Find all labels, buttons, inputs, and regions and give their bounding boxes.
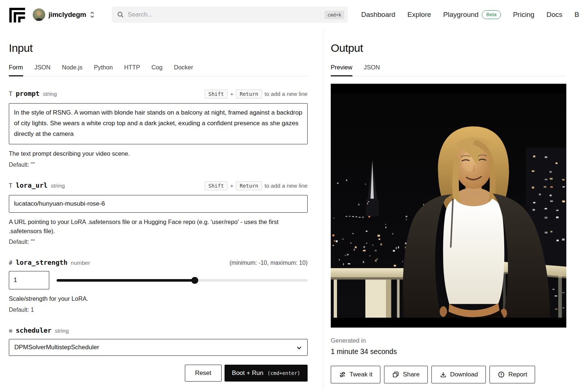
nav-link-dashboard[interactable]: Dashboard <box>361 11 395 19</box>
field-type-label: number <box>71 260 90 266</box>
number-type-icon: # <box>9 259 12 266</box>
tab-output-json[interactable]: JSON <box>364 64 380 76</box>
copy-icon <box>392 371 399 378</box>
sliders-icon <box>339 371 346 378</box>
top-navigation-bar: jimclydegm cmd+k Dashboard Explore Playg… <box>0 0 588 29</box>
newline-hint-text: to add a new line <box>265 183 308 189</box>
plus-sign: + <box>230 183 233 189</box>
output-panel-title: Output <box>331 42 588 54</box>
field-lora-strength: # lora_strength number (minimum: -10, ma… <box>9 259 308 313</box>
field-name-scheduler: scheduler <box>16 326 52 334</box>
share-label: Share <box>403 371 419 378</box>
share-button[interactable]: Share <box>384 366 427 383</box>
prompt-description: The text prompt describing your video sc… <box>9 149 303 158</box>
field-lora-url: T lora_url string Shift + Return to add … <box>9 181 308 246</box>
chevron-updown-icon[interactable] <box>90 11 95 18</box>
field-name-lora-url: lora_url <box>16 181 48 189</box>
user-avatar[interactable] <box>33 8 45 21</box>
input-tabs: Form JSON Node.js Python HTTP Cog Docker <box>9 64 308 76</box>
tab-python[interactable]: Python <box>94 64 112 76</box>
tab-preview[interactable]: Preview <box>331 64 352 76</box>
scheduler-selected-value: DPMSolverMultistepScheduler <box>14 344 99 351</box>
replicate-logo-icon[interactable] <box>9 6 26 23</box>
return-keycap: Return <box>236 90 262 98</box>
download-label: Download <box>450 371 478 378</box>
field-name-lora-strength: lora_strength <box>16 259 68 266</box>
nav-link-blog-truncated[interactable]: B <box>574 11 579 19</box>
string-type-icon: T <box>9 182 12 189</box>
input-panel-title: Input <box>9 42 308 54</box>
reset-button[interactable]: Reset <box>185 365 222 382</box>
field-type-label: string <box>51 183 65 189</box>
output-panel: Output Preview JSON <box>323 29 588 390</box>
scheduler-select[interactable]: DPMSolverMultistepScheduler <box>9 339 308 356</box>
beta-badge: Beta <box>482 10 501 19</box>
field-scheduler: ≡ scheduler string DPMSolverMultistepSch… <box>9 326 308 356</box>
username-label[interactable]: jimclydegm <box>49 11 86 19</box>
nav-link-explore[interactable]: Explore <box>408 11 431 19</box>
download-button[interactable]: Download <box>431 366 486 383</box>
lora-url-default: Default: "" <box>9 239 308 245</box>
tab-http[interactable]: HTTP <box>124 64 140 76</box>
plus-sign: + <box>230 91 233 97</box>
field-prompt: T prompt string Shift + Return to add a … <box>9 90 308 168</box>
global-search[interactable]: cmd+k <box>112 7 348 23</box>
tweak-it-button[interactable]: Tweak it <box>331 366 380 383</box>
shift-keycap: Shift <box>205 90 227 98</box>
lora-url-input[interactable] <box>9 195 308 213</box>
search-shortcut-badge: cmd+k <box>325 11 344 19</box>
range-hint: (minimum: -10, maximum: 10) <box>230 260 308 266</box>
tab-docker[interactable]: Docker <box>174 64 193 76</box>
generated-in-label: Generated in <box>331 337 588 344</box>
string-type-icon: T <box>9 90 12 97</box>
output-actions: Tweak it Share Download <box>331 366 588 383</box>
lora-strength-input[interactable] <box>9 271 49 289</box>
field-name-prompt: prompt <box>16 90 40 97</box>
field-type-label: string <box>43 91 57 97</box>
reset-button-label: Reset <box>195 369 211 377</box>
input-panel: Input Form JSON Node.js Python HTTP Cog … <box>0 29 323 390</box>
generation-time: 1 minute 34 seconds <box>331 347 588 356</box>
slider-fill <box>57 279 195 282</box>
newline-hint-text: to add a new line <box>265 91 308 97</box>
lora-url-description: A URL pointing to your LoRA .safetensors… <box>9 217 303 236</box>
slider-thumb[interactable] <box>191 277 198 284</box>
return-keycap: Return <box>236 181 262 190</box>
tweak-it-label: Tweak it <box>349 371 372 378</box>
boot-run-button[interactable]: Boot + Run (cmd+enter) <box>225 365 308 382</box>
prompt-textarea[interactable]: In the style of RSNG. A woman with blond… <box>9 103 308 144</box>
field-type-label: string <box>55 328 69 334</box>
chevron-down-icon <box>296 344 302 351</box>
tab-form[interactable]: Form <box>9 64 23 76</box>
enum-type-icon: ≡ <box>9 327 12 334</box>
boot-run-label: Boot + Run <box>232 369 263 377</box>
shift-keycap: Shift <box>205 181 227 190</box>
report-icon <box>498 371 505 378</box>
lora-strength-default: Default: 1 <box>9 307 308 313</box>
nav-link-playground[interactable]: Playground <box>443 11 478 19</box>
search-input[interactable] <box>128 11 325 18</box>
boot-run-shortcut: (cmd+enter) <box>268 370 300 376</box>
report-button[interactable]: Report <box>490 366 535 383</box>
tab-json[interactable]: JSON <box>35 64 51 76</box>
tab-nodejs[interactable]: Node.js <box>62 64 83 76</box>
primary-nav-links: Dashboard Explore Playground Beta Pricin… <box>361 10 579 19</box>
tab-cog[interactable]: Cog <box>151 64 162 76</box>
output-video-preview[interactable] <box>331 84 566 328</box>
lora-strength-slider[interactable] <box>57 277 308 284</box>
download-icon <box>440 371 447 378</box>
lora-strength-description: Scale/strength for your LoRA. <box>9 294 303 303</box>
nav-link-docs[interactable]: Docs <box>546 11 562 19</box>
output-tabs: Preview JSON <box>331 64 566 76</box>
prompt-default: Default: "" <box>9 162 308 168</box>
report-label: Report <box>508 371 527 378</box>
nav-link-pricing[interactable]: Pricing <box>513 11 534 19</box>
search-icon <box>117 11 124 18</box>
